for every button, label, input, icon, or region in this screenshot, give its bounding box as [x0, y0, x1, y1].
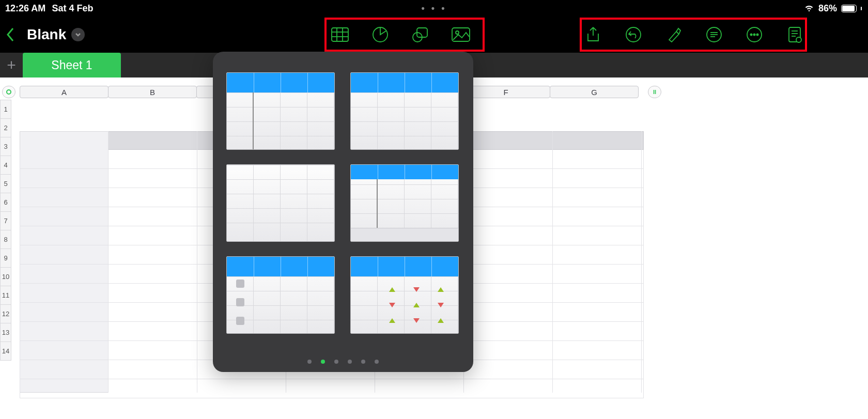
- battery-icon: [841, 5, 857, 12]
- status-time: 12:26 AM: [5, 3, 45, 14]
- column-header[interactable]: B: [108, 86, 197, 98]
- table-style-option-2[interactable]: [350, 72, 459, 150]
- page-dot[interactable]: [361, 360, 365, 364]
- table-styles-grid: [226, 72, 460, 343]
- sheet-tab-label: Sheet 1: [51, 58, 92, 72]
- column-resize-handle[interactable]: II: [648, 86, 661, 98]
- svg-point-17: [753, 34, 755, 35]
- table-styles-popover[interactable]: [213, 52, 473, 372]
- row-header[interactable]: 14: [0, 342, 11, 361]
- page-dot[interactable]: [375, 360, 379, 364]
- svg-point-9: [456, 31, 459, 34]
- row-header[interactable]: 6: [0, 193, 11, 212]
- row-header[interactable]: 3: [0, 137, 11, 156]
- back-button[interactable]: [3, 24, 19, 45]
- insert-toolbar-group: [331, 17, 470, 53]
- row-header[interactable]: 9: [0, 249, 11, 268]
- document-title[interactable]: Blank: [27, 26, 85, 43]
- navigation-bar: Blank: [0, 17, 868, 53]
- row-header[interactable]: 1: [0, 100, 11, 119]
- table-style-option-4[interactable]: [350, 164, 459, 242]
- battery-percent: 86%: [818, 3, 837, 14]
- row-header[interactable]: 7: [0, 211, 11, 230]
- svg-point-23: [796, 37, 801, 42]
- page-dot[interactable]: [334, 360, 338, 364]
- svg-point-10: [626, 27, 641, 42]
- share-icon[interactable]: [584, 25, 602, 44]
- table-style-option-5[interactable]: [226, 256, 335, 334]
- row-headers[interactable]: 1234567891011121314: [0, 100, 11, 361]
- insert-table-icon[interactable]: [331, 25, 349, 44]
- row-header[interactable]: 8: [0, 230, 11, 249]
- status-date: Sat 4 Feb: [52, 3, 93, 14]
- select-all-handle[interactable]: [2, 86, 16, 98]
- column-header[interactable]: A: [20, 86, 109, 98]
- row-header[interactable]: 12: [0, 304, 11, 323]
- battery-cap: [861, 7, 862, 10]
- document-title-text: Blank: [27, 26, 66, 43]
- row-header[interactable]: 10: [0, 267, 11, 286]
- row-header[interactable]: 2: [0, 118, 11, 137]
- table-style-option-6[interactable]: [350, 256, 459, 334]
- more-icon[interactable]: [745, 25, 764, 44]
- insert-chart-icon[interactable]: [371, 25, 390, 44]
- svg-point-16: [750, 34, 752, 35]
- page-dot[interactable]: [348, 360, 352, 364]
- sheet-tab-active[interactable]: Sheet 1: [23, 53, 121, 77]
- svg-point-18: [756, 34, 758, 35]
- text-options-icon[interactable]: [705, 25, 723, 44]
- table-style-option-1[interactable]: [226, 72, 335, 150]
- row-header[interactable]: 5: [0, 174, 11, 193]
- document-settings-icon[interactable]: [785, 25, 804, 44]
- wifi-icon: [804, 2, 814, 15]
- document-menu-chevron-icon[interactable]: [71, 28, 85, 41]
- popover-page-indicator[interactable]: [213, 360, 473, 364]
- column-header[interactable]: G: [550, 86, 639, 98]
- column-header[interactable]: F: [461, 86, 550, 98]
- row-header[interactable]: 13: [0, 323, 11, 342]
- actions-toolbar-group: [584, 17, 804, 53]
- svg-rect-0: [332, 28, 348, 41]
- page-dot[interactable]: [321, 360, 325, 364]
- page-dot[interactable]: [307, 360, 312, 364]
- add-sheet-button[interactable]: +: [0, 53, 23, 77]
- row-header[interactable]: 11: [0, 286, 11, 305]
- insert-shape-icon[interactable]: [411, 25, 430, 44]
- format-brush-icon[interactable]: [664, 25, 683, 44]
- status-bar: 12:26 AM Sat 4 Feb • • • 86%: [0, 0, 868, 17]
- insert-media-icon[interactable]: [452, 25, 470, 44]
- undo-icon[interactable]: [624, 25, 643, 44]
- table-style-option-3[interactable]: [226, 164, 335, 242]
- multitasking-dots[interactable]: • • •: [422, 3, 447, 14]
- row-header[interactable]: 4: [0, 156, 11, 175]
